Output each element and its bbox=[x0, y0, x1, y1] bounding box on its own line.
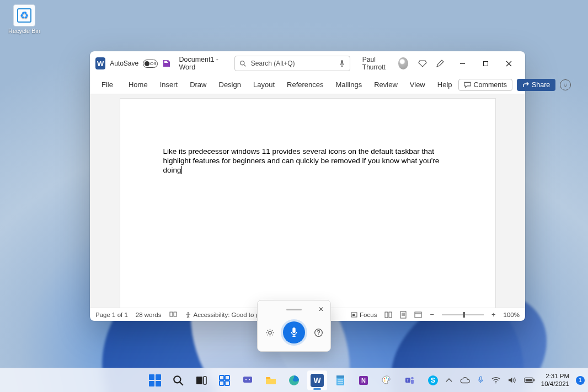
svg-rect-4 bbox=[484, 61, 488, 66]
svg-rect-34 bbox=[243, 377, 252, 383]
taskbar-clock[interactable]: 2:31 PM 10/4/2021 bbox=[541, 373, 569, 387]
tab-draw[interactable]: Draw bbox=[184, 77, 212, 92]
text-cursor bbox=[181, 166, 182, 174]
window-minimize[interactable] bbox=[451, 55, 474, 72]
svg-text:N: N bbox=[361, 377, 366, 384]
premium-diamond-icon[interactable] bbox=[418, 59, 427, 68]
onedrive-icon[interactable] bbox=[458, 375, 472, 385]
status-spellcheck-icon[interactable] bbox=[169, 312, 177, 318]
svg-point-48 bbox=[388, 378, 389, 379]
document-page[interactable]: Like its predecessor windows 11 provides… bbox=[120, 99, 495, 308]
svg-rect-16 bbox=[400, 312, 406, 318]
voice-settings-icon[interactable] bbox=[264, 327, 275, 338]
recycle-bin-label: Recycle Bin bbox=[7, 28, 42, 34]
svg-point-11 bbox=[187, 312, 189, 314]
paint-icon[interactable] bbox=[377, 370, 397, 390]
pen-editing-icon[interactable] bbox=[436, 59, 445, 68]
zoom-level[interactable]: 100% bbox=[504, 312, 520, 318]
tab-references[interactable]: References bbox=[281, 77, 329, 92]
comment-icon bbox=[464, 82, 471, 88]
search-placeholder: Search (Alt+Q) bbox=[251, 60, 295, 67]
taskbar: W N T S 2:31 PM 10/4/2021 1 bbox=[0, 368, 588, 392]
voice-help-icon[interactable] bbox=[313, 327, 324, 338]
status-web-layout-icon[interactable] bbox=[414, 312, 422, 318]
voice-drag-handle[interactable] bbox=[286, 309, 302, 310]
word-app-icon: W bbox=[95, 57, 105, 69]
svg-rect-30 bbox=[220, 375, 224, 380]
share-icon bbox=[522, 82, 529, 88]
status-words[interactable]: 28 words bbox=[136, 312, 162, 318]
status-print-layout-icon[interactable] bbox=[400, 311, 407, 319]
status-page[interactable]: Page 1 of 1 bbox=[95, 312, 128, 318]
tab-review[interactable]: Review bbox=[368, 77, 404, 92]
voice-typing-panel[interactable]: ✕ bbox=[257, 300, 331, 352]
svg-point-26 bbox=[174, 376, 180, 383]
tab-file[interactable]: File bbox=[95, 77, 119, 92]
voice-mic-button[interactable] bbox=[283, 321, 305, 343]
search-box[interactable]: Search (Alt+Q) bbox=[234, 56, 350, 71]
comments-button[interactable]: Comments bbox=[458, 79, 512, 91]
teams-icon[interactable]: T bbox=[400, 370, 420, 390]
tab-insert[interactable]: Insert bbox=[154, 77, 184, 92]
svg-rect-9 bbox=[170, 312, 173, 316]
svg-point-7 bbox=[564, 83, 565, 84]
share-button[interactable]: Share bbox=[517, 79, 555, 91]
skype-icon[interactable]: S bbox=[423, 370, 443, 390]
svg-point-49 bbox=[384, 380, 385, 381]
tab-help[interactable]: Help bbox=[431, 77, 458, 92]
status-focus[interactable]: Focus bbox=[351, 312, 377, 318]
taskbar-word-icon[interactable]: W bbox=[307, 370, 327, 390]
autosave-toggle[interactable]: Off bbox=[143, 60, 158, 68]
svg-rect-55 bbox=[479, 377, 482, 380]
document-title: Document1 - Word bbox=[179, 56, 226, 71]
svg-rect-33 bbox=[225, 381, 229, 385]
wifi-icon[interactable] bbox=[490, 375, 502, 385]
notepad-icon[interactable] bbox=[330, 370, 350, 390]
window-close[interactable] bbox=[498, 55, 521, 72]
notification-badge[interactable]: 1 bbox=[576, 376, 585, 385]
zoom-slider[interactable] bbox=[442, 314, 484, 315]
tray-mic-icon[interactable] bbox=[476, 374, 485, 386]
account-name[interactable]: Paul Thurrott bbox=[362, 56, 394, 71]
edge-icon[interactable] bbox=[284, 370, 304, 390]
svg-text:S: S bbox=[431, 377, 435, 384]
tab-view[interactable]: View bbox=[404, 77, 431, 92]
tray-overflow-icon[interactable] bbox=[444, 376, 454, 385]
recycle-bin[interactable]: Recycle Bin bbox=[7, 4, 42, 34]
status-read-mode-icon[interactable] bbox=[384, 312, 392, 318]
zoom-in-button[interactable]: + bbox=[491, 310, 496, 319]
svg-point-25 bbox=[318, 334, 319, 335]
volume-icon[interactable] bbox=[506, 375, 518, 385]
taskbar-center: W N T S bbox=[145, 370, 443, 390]
search-icon bbox=[239, 60, 247, 67]
voice-close-button[interactable]: ✕ bbox=[317, 305, 325, 313]
document-canvas[interactable]: Like its predecessor windows 11 provides… bbox=[90, 94, 525, 308]
svg-point-46 bbox=[384, 378, 385, 379]
battery-icon[interactable] bbox=[522, 375, 537, 385]
feedback-smile-icon[interactable] bbox=[560, 79, 571, 90]
account-avatar[interactable] bbox=[398, 57, 408, 69]
chat-icon[interactable] bbox=[238, 370, 258, 390]
onenote-icon[interactable]: N bbox=[354, 370, 373, 390]
tab-layout[interactable]: Layout bbox=[247, 77, 281, 92]
widgets-icon[interactable] bbox=[215, 370, 234, 390]
zoom-out-button[interactable]: − bbox=[430, 310, 434, 319]
tab-mailings[interactable]: Mailings bbox=[330, 77, 368, 92]
start-button[interactable] bbox=[145, 370, 165, 390]
tab-design[interactable]: Design bbox=[213, 77, 247, 92]
autosave-label: AutoSave bbox=[110, 60, 138, 67]
task-view-icon[interactable] bbox=[191, 370, 211, 390]
svg-rect-32 bbox=[220, 381, 224, 385]
svg-rect-58 bbox=[526, 379, 532, 382]
svg-rect-14 bbox=[385, 312, 388, 318]
svg-point-35 bbox=[245, 379, 247, 380]
save-icon[interactable] bbox=[162, 59, 171, 68]
window-maximize[interactable] bbox=[474, 55, 498, 72]
tab-home[interactable]: Home bbox=[122, 77, 154, 92]
taskbar-search-icon[interactable] bbox=[168, 370, 188, 390]
status-accessibility-icon[interactable]: Accessibility: Good to go bbox=[185, 312, 263, 318]
file-explorer-icon[interactable] bbox=[261, 370, 281, 390]
search-mic-icon[interactable] bbox=[339, 60, 345, 67]
svg-rect-15 bbox=[389, 312, 392, 318]
svg-point-0 bbox=[240, 61, 244, 65]
